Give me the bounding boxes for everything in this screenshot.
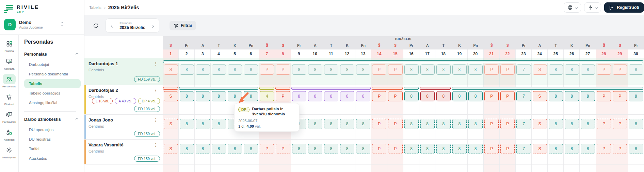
day-cell[interactable]: 8 [292, 144, 306, 154]
day-cell[interactable]: P [260, 64, 274, 75]
day-cell[interactable]: 8 [244, 64, 258, 75]
sidebar-item-ataskaitos[interactable]: Ataskaitos [24, 154, 81, 163]
day-cell[interactable]: 8 [180, 91, 194, 101]
day-cell[interactable]: 8 [549, 144, 563, 154]
day-cell[interactable]: 8 [228, 64, 242, 75]
day-cell[interactable]: P [372, 91, 386, 101]
print-button[interactable] [564, 2, 581, 13]
day-cell[interactable]: 8 [565, 91, 579, 101]
day-cell[interactable]: P [388, 91, 402, 101]
section-personalas[interactable]: Personalas [24, 51, 81, 58]
register-button[interactable]: Registruoti [604, 2, 644, 13]
day-cell[interactable]: S [533, 144, 547, 154]
day-cell[interactable]: P [260, 144, 274, 154]
next-period-button[interactable] [150, 21, 155, 30]
day-cell[interactable]: 8 [340, 91, 354, 101]
sidebar-item-tarifai[interactable]: Tarifai [24, 144, 81, 153]
day-cell[interactable]: 8 [565, 119, 579, 129]
day-cell[interactable]: P [613, 144, 627, 154]
day-cell[interactable]: 8 [629, 119, 643, 129]
day-cell[interactable]: 8 [196, 144, 210, 154]
rail-item-pradzia[interactable]: Pradžia [0, 37, 18, 55]
day-cell[interactable]: P [276, 64, 290, 75]
rail-item-pardavimai[interactable]: Pardavimai [0, 108, 18, 126]
day-cell[interactable]: P [484, 91, 499, 101]
day-cell[interactable]: S [533, 64, 547, 75]
rail-item-atsargos[interactable]: Atsargos [0, 126, 18, 143]
day-cell[interactable]: P [597, 91, 611, 101]
day-cell[interactable]: P [484, 64, 499, 75]
day-cell[interactable]: 8 [212, 119, 226, 129]
sidebar-item-atostogu-likuciai[interactable]: Atostogų likučiai [24, 98, 81, 107]
day-cell[interactable]: 8 [468, 119, 483, 129]
sidebar-item-tabelio-operacijos[interactable]: Tabelio operacijos [24, 89, 81, 98]
day-cell[interactable]: 8 [581, 64, 595, 75]
kebab-menu-icon[interactable]: ⋮ [152, 142, 159, 147]
day-cell[interactable]: 8 [452, 64, 467, 75]
day-cell[interactable]: 8 [404, 91, 419, 101]
day-cell[interactable]: 7 [516, 144, 531, 154]
user-switcher[interactable]: D Demo Aušra Juodienė [0, 15, 84, 35]
day-cell[interactable]: 8 [356, 64, 370, 75]
rail-item-personalas[interactable]: Personalas [0, 72, 18, 90]
day-cell[interactable]: S [164, 144, 178, 154]
day-cell[interactable]: P [388, 144, 402, 154]
day-cell[interactable]: 8 [212, 64, 226, 75]
day-cell[interactable]: 8 [420, 91, 435, 101]
day-cell[interactable]: 8 [308, 91, 322, 101]
day-cell[interactable]: S [533, 119, 547, 129]
prev-period-button[interactable] [110, 21, 115, 30]
day-cell[interactable]: 8 [180, 119, 194, 129]
day-cell[interactable]: 8 [292, 91, 306, 101]
sidebar-item-du-operacijos[interactable]: DU operacijos [24, 125, 81, 134]
employee-card[interactable]: Jonas Jono⋮CentrinisFD 159 val. [84, 115, 163, 139]
day-cell[interactable]: 8 [468, 64, 483, 75]
day-cell[interactable]: 8 [356, 119, 370, 129]
day-cell[interactable]: 7 [516, 64, 531, 75]
day-cell[interactable]: S [164, 64, 178, 75]
day-cell[interactable]: 8 [308, 64, 322, 75]
day-cell[interactable]: 7 [516, 119, 531, 129]
day-cell[interactable]: 8 [629, 144, 643, 154]
day-cell[interactable]: P [613, 64, 627, 75]
day-cell[interactable]: P [597, 64, 611, 75]
day-cell[interactable]: 8 [340, 64, 354, 75]
day-cell[interactable]: 8 [244, 144, 258, 154]
sidebar-item-darbuotojai[interactable]: Darbuotojai [24, 60, 81, 69]
rail-item-apskaita[interactable]: Apskaita [0, 55, 18, 72]
day-cell[interactable]: 8 [404, 119, 419, 129]
day-cell[interactable]: 8 [308, 119, 322, 129]
day-cell[interactable]: 8 [452, 91, 467, 101]
sidebar-item-personalo-dokumentai[interactable]: Personalo dokumentai [24, 70, 81, 78]
day-cell[interactable]: P [500, 144, 515, 154]
day-cell[interactable]: P [372, 144, 386, 154]
day-cell[interactable]: 8 [340, 119, 354, 129]
day-cell[interactable]: 8 [565, 144, 579, 154]
day-cell[interactable]: P [597, 119, 611, 129]
actions-button[interactable] [584, 2, 601, 13]
day-cell[interactable]: P [388, 64, 402, 75]
day-cell[interactable]: P [388, 119, 402, 129]
employee-card[interactable]: Darbuotojas 2⋮CentrinisL 16 val.A 40 val… [84, 85, 163, 114]
day-cell[interactable]: 8 [549, 64, 563, 75]
day-cell[interactable]: 8 [196, 119, 210, 129]
day-cell[interactable]: P [276, 91, 290, 101]
day-cell[interactable]: 8 [420, 144, 435, 154]
day-cell[interactable]: 8 [324, 91, 338, 101]
day-cell[interactable]: 8 [452, 144, 467, 154]
sidebar-item-du-registras[interactable]: DU registras [24, 135, 81, 144]
rail-item-nustatymai[interactable]: Nustatymai [0, 143, 18, 161]
day-cell[interactable]: P [500, 91, 515, 101]
day-cell[interactable]: 8 [292, 64, 306, 75]
day-cell[interactable]: P [613, 119, 627, 129]
day-cell[interactable]: 8 [212, 144, 226, 154]
day-cell[interactable]: 8 [180, 64, 194, 75]
day-cell[interactable]: 8 [340, 144, 354, 154]
day-cell[interactable]: 8 [324, 144, 338, 154]
day-cell[interactable]: P [597, 144, 611, 154]
day-cell[interactable]: P [500, 119, 515, 129]
day-cell[interactable]: P [484, 144, 499, 154]
day-cell[interactable]: 8 [228, 144, 242, 154]
day-cell[interactable]: P [613, 91, 627, 101]
day-cell[interactable]: 8 [324, 64, 338, 75]
